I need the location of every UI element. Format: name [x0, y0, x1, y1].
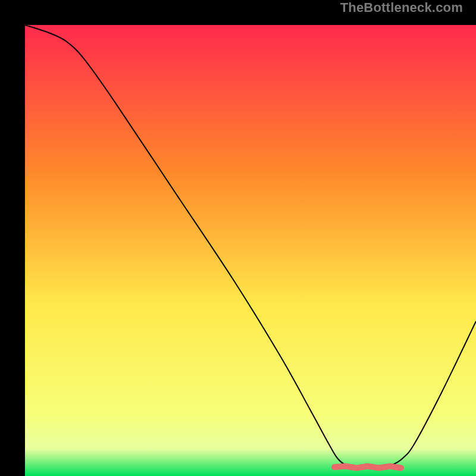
optimal-flat-segment: [334, 466, 401, 468]
chart-frame: [12, 12, 464, 464]
gradient-background: [25, 25, 476, 476]
watermark-text: TheBottleneck.com: [340, 0, 463, 15]
bottleneck-chart: [25, 25, 476, 476]
